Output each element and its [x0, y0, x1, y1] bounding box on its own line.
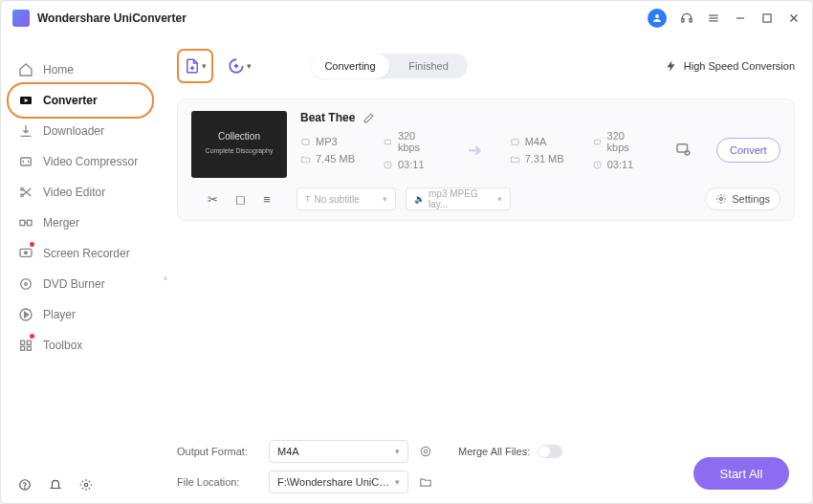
svg-rect-38 — [511, 139, 517, 144]
sidebar-item-compressor[interactable]: Video Compressor — [1, 146, 164, 177]
svg-rect-2 — [690, 19, 692, 22]
output-format-select[interactable]: M4A▾ — [269, 440, 408, 463]
src-format: MP3 — [316, 136, 338, 147]
start-all-button[interactable]: Start All — [693, 457, 789, 490]
format-settings-icon[interactable] — [674, 141, 692, 160]
sidebar-item-merger[interactable]: Merger — [1, 208, 164, 238]
svg-rect-15 — [20, 220, 25, 225]
home-icon — [18, 62, 33, 77]
tab-finished[interactable]: Finished — [389, 54, 468, 78]
status-tabs: Converting Finished — [311, 54, 468, 78]
format-icon — [510, 137, 520, 147]
help-icon[interactable] — [18, 478, 32, 492]
svg-point-29 — [25, 488, 26, 489]
output-format-label: Output Format: — [177, 446, 259, 457]
audio-select[interactable]: 🔉mp3 MPEG lay...▾ — [406, 187, 511, 210]
file-location-select[interactable]: F:\Wondershare UniConverter▾ — [269, 471, 408, 493]
chevron-down-icon: ▾ — [202, 61, 207, 71]
sidebar-item-toolbox[interactable]: Toolbox — [1, 330, 164, 361]
svg-rect-1 — [682, 19, 684, 22]
src-size: 7.45 MB — [316, 153, 355, 164]
trim-icon[interactable]: ✂ — [208, 192, 218, 207]
recorder-icon — [18, 246, 33, 261]
sidebar-item-converter[interactable]: Converter — [1, 85, 164, 116]
dst-bitrate: 320 kbps — [607, 130, 649, 153]
src-duration: 03:11 — [398, 159, 425, 170]
merger-icon — [18, 215, 33, 230]
folder-icon — [510, 154, 520, 164]
target-icon[interactable] — [418, 445, 433, 458]
crop-icon[interactable]: ◻ — [235, 192, 246, 207]
sidebar-item-label: Video Compressor — [43, 155, 138, 168]
add-file-button[interactable]: ▾ — [177, 49, 213, 83]
open-folder-icon[interactable] — [418, 475, 433, 489]
bitrate-icon — [383, 137, 393, 147]
spinner-plus-icon — [228, 57, 245, 75]
sidebar-item-editor[interactable]: Video Editor — [1, 177, 164, 208]
svg-point-0 — [655, 14, 659, 18]
app-logo-icon — [12, 10, 30, 27]
sidebar-collapse-handle[interactable]: ‹ — [161, 269, 170, 286]
scissors-icon — [18, 185, 33, 200]
merge-toggle[interactable] — [538, 445, 562, 458]
headset-icon[interactable] — [680, 11, 693, 25]
bell-icon[interactable] — [49, 478, 62, 492]
svg-rect-26 — [21, 346, 25, 350]
svg-rect-7 — [763, 14, 771, 22]
sidebar-item-label: Screen Recorder — [43, 247, 130, 260]
svg-point-30 — [84, 483, 88, 487]
svg-rect-12 — [21, 158, 32, 165]
high-speed-toggle[interactable]: High Speed Conversion — [665, 59, 795, 73]
sidebar-item-home[interactable]: Home — [1, 55, 164, 85]
svg-point-43 — [720, 198, 723, 201]
sidebar-item-label: DVD Burner — [43, 277, 105, 291]
app-title: Wondershare UniConverter — [37, 11, 187, 25]
sidebar-item-recorder[interactable]: Screen Recorder — [1, 238, 164, 269]
svg-rect-27 — [27, 346, 31, 350]
sidebar-item-label: Home — [43, 63, 74, 77]
dst-duration: 03:11 — [607, 159, 634, 170]
chevron-down-icon: ▾ — [497, 194, 502, 204]
convert-button[interactable]: Convert — [716, 138, 780, 163]
file-location-value: F:\Wondershare UniConverter — [277, 476, 395, 488]
thumbnail[interactable] — [191, 111, 287, 178]
compressor-icon — [18, 154, 33, 169]
file-card: Beat Thee MP3 7.45 MB 320 kbps 03:11 — [177, 99, 795, 221]
sidebar-item-player[interactable]: Player — [1, 299, 164, 330]
maximize-icon[interactable] — [760, 11, 774, 25]
more-icon[interactable]: ≡ — [263, 192, 271, 207]
svg-point-20 — [21, 279, 32, 290]
sidebar-item-dvd[interactable]: DVD Burner — [1, 269, 164, 299]
minimize-icon[interactable] — [734, 11, 747, 25]
sidebar-item-downloader[interactable]: Downloader — [1, 116, 164, 146]
notification-dot-icon — [30, 242, 34, 247]
subtitle-select[interactable]: TNo subtitle▾ — [297, 187, 396, 210]
svg-rect-16 — [27, 220, 32, 225]
file-title: Beat Thee — [300, 111, 355, 124]
settings-label: Settings — [732, 193, 770, 205]
settings-button[interactable]: Settings — [705, 187, 780, 210]
output-format-value: M4A — [277, 446, 299, 457]
file-plus-icon — [184, 57, 201, 75]
chevron-down-icon: ▾ — [383, 194, 387, 204]
svg-point-19 — [25, 252, 28, 254]
svg-rect-24 — [21, 340, 25, 344]
titlebar: Wondershare UniConverter — [1, 1, 812, 35]
sidebar-item-label: Toolbox — [43, 339, 82, 352]
sidebar-item-label: Video Editor — [43, 186, 105, 199]
sidebar-item-label: Converter — [43, 94, 98, 107]
play-icon — [18, 307, 33, 322]
edit-icon[interactable] — [363, 112, 375, 124]
download-icon — [18, 123, 33, 139]
gear-icon[interactable] — [79, 478, 93, 492]
dvd-icon — [18, 276, 33, 292]
hamburger-icon[interactable] — [707, 11, 720, 25]
notification-dot-icon — [30, 334, 34, 339]
src-bitrate: 320 kbps — [398, 130, 440, 153]
sidebar: Home Converter Downloader Video Compress… — [1, 35, 164, 503]
user-avatar[interactable] — [648, 9, 667, 28]
svg-marker-23 — [25, 312, 29, 317]
close-icon[interactable] — [787, 11, 801, 25]
add-url-button[interactable]: ▾ — [223, 51, 255, 81]
tab-converting[interactable]: Converting — [311, 54, 389, 78]
